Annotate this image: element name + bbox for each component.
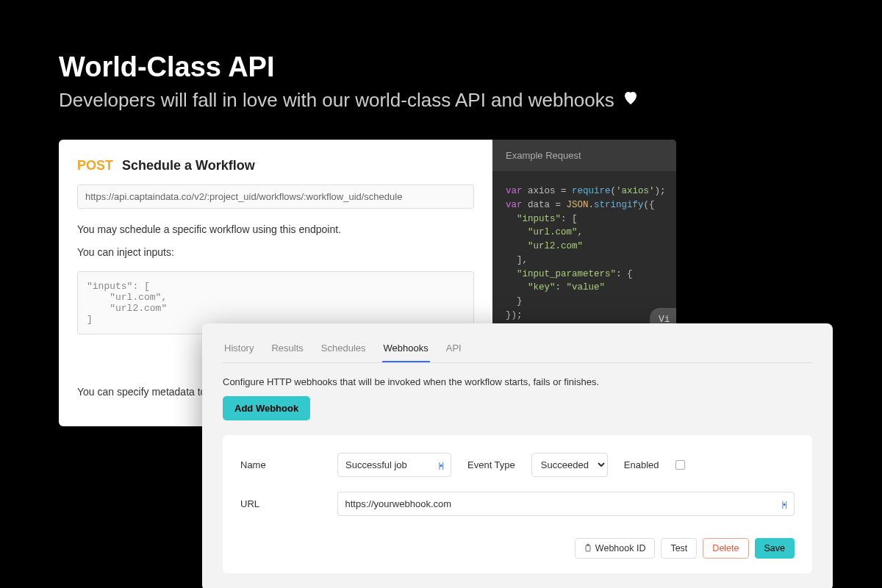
api-method-row: POST Schedule a Workflow	[77, 158, 474, 173]
name-input[interactable]: Successful job |•|	[337, 453, 451, 477]
code-string: "url2.com"	[528, 241, 583, 251]
url-input[interactable]: https://yourwebhook.com |•|	[337, 492, 795, 516]
url-value: https://yourwebhook.com	[345, 498, 452, 509]
add-webhook-button[interactable]: Add Webhook	[223, 396, 310, 420]
name-value: Successful job	[345, 459, 407, 470]
tab-results[interactable]: Results	[270, 338, 304, 362]
hero-subtitle: Developers will fall in love with our wo…	[59, 89, 823, 112]
url-label: URL	[240, 498, 321, 509]
code-key: "inputs"	[517, 214, 561, 224]
enabled-label: Enabled	[624, 459, 659, 470]
tabs-row: History Results Schedules Webhooks API	[223, 338, 812, 363]
code-fn: stringify	[594, 200, 644, 210]
svg-rect-0	[586, 545, 590, 551]
webhook-description: Configure HTTP webhooks that will be inv…	[223, 376, 812, 387]
enabled-checkbox[interactable]	[675, 460, 685, 470]
api-url-field[interactable]: https://api.captaindata.co/v2/:project_u…	[77, 184, 474, 209]
code-key: "input_parameters"	[517, 269, 616, 279]
code-string: "url.com"	[528, 227, 578, 237]
api-description-2: You can inject inputs:	[77, 246, 474, 258]
code-string: "value"	[567, 282, 606, 293]
save-button[interactable]: Save	[755, 538, 795, 559]
code-obj: JSON	[567, 200, 589, 210]
tab-api[interactable]: API	[445, 338, 463, 362]
api-endpoint-title: Schedule a Workflow	[122, 158, 255, 173]
code-keyword: var	[506, 186, 523, 196]
webhook-id-button[interactable]: Webhook ID	[575, 538, 656, 559]
code-var: axios	[528, 186, 556, 196]
name-label: Name	[240, 459, 321, 470]
hero-subtitle-text: Developers will fall in love with our wo…	[59, 89, 614, 112]
code-string: 'axios'	[616, 186, 655, 196]
event-type-label: Event Type	[467, 459, 515, 470]
tab-webhooks[interactable]: Webhooks	[382, 338, 430, 362]
api-method-badge: POST	[77, 158, 113, 173]
delete-button[interactable]: Delete	[703, 538, 748, 559]
actions-row: Webhook ID Test Delete Save	[240, 538, 795, 559]
input-var-icon[interactable]: |•|	[781, 500, 786, 509]
api-description-1: You may schedule a specific workflow usi…	[77, 222, 474, 237]
code-key: "key"	[528, 282, 556, 293]
code-keyword: var	[506, 200, 523, 210]
input-var-icon[interactable]: |•|	[438, 461, 443, 470]
code-fn: require	[572, 186, 611, 196]
example-request-header: Example Request	[492, 140, 676, 171]
event-type-select[interactable]: Succeeded	[531, 453, 608, 477]
tab-schedules[interactable]: Schedules	[320, 338, 368, 362]
hero-section: World-Class API Developers will fall in …	[0, 0, 882, 134]
form-row-2: URL https://yourwebhook.com |•|	[240, 492, 795, 516]
webhook-form: Name Successful job |•| Event Type Succe…	[223, 435, 812, 573]
form-row-1: Name Successful job |•| Event Type Succe…	[240, 453, 795, 477]
tab-history[interactable]: History	[223, 338, 255, 362]
clipboard-icon	[584, 544, 592, 553]
hero-title: World-Class API	[59, 51, 823, 83]
webhook-id-label: Webhook ID	[595, 543, 646, 553]
webhook-panel: History Results Schedules Webhooks API C…	[202, 323, 833, 588]
code-var: data	[528, 200, 550, 210]
test-button[interactable]: Test	[661, 538, 697, 559]
heart-icon	[622, 89, 639, 112]
